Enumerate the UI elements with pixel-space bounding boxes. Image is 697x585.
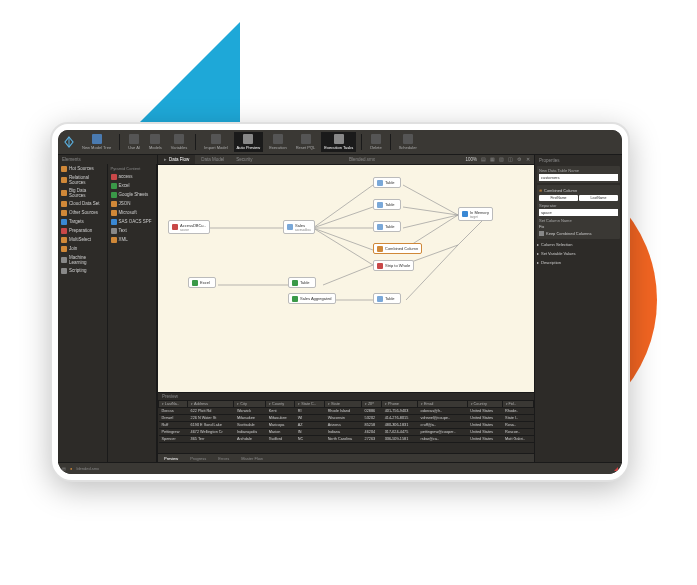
node-combined[interactable]: Combined Column bbox=[373, 243, 422, 254]
sidebar-category[interactable]: Other Sources bbox=[58, 208, 107, 217]
sidebar-category[interactable]: Targets bbox=[58, 217, 107, 226]
prop-table-name-input[interactable] bbox=[539, 174, 618, 181]
expand-description[interactable]: ▸Description bbox=[537, 259, 620, 266]
preview-table[interactable]: LastNa..AddressCityCountyState C..StateZ… bbox=[158, 400, 534, 453]
resize-grip-icon[interactable] bbox=[614, 467, 618, 471]
column-header[interactable]: Address bbox=[188, 401, 234, 408]
table-row[interactable]: Spencer365 TerrArchdaleGuilfordNCNorth C… bbox=[159, 436, 534, 443]
preview-tab-progress[interactable]: Progress bbox=[184, 454, 212, 462]
node-source[interactable]: AccessDBCu..source bbox=[168, 220, 210, 234]
sidebar-category[interactable]: Relational Sources bbox=[58, 173, 107, 186]
sidebar-source-item[interactable]: JSON bbox=[108, 199, 157, 208]
expand-column-selection[interactable]: ▸Column Selection bbox=[537, 241, 620, 248]
grid-icon[interactable]: ▧ bbox=[498, 157, 504, 163]
layers-icon[interactable]: ▤ bbox=[480, 157, 486, 163]
keep-combined-row[interactable]: Keep Combined Columns bbox=[539, 230, 618, 237]
ribbon-variables[interactable]: Variables bbox=[168, 132, 190, 152]
column-header[interactable]: State C.. bbox=[295, 401, 325, 408]
node-inmemory[interactable]: In Memorytarget bbox=[458, 207, 493, 221]
pill-firstname[interactable]: FirstName bbox=[539, 195, 578, 201]
ribbon-reset-pql[interactable]: Reset PQL bbox=[293, 132, 319, 152]
sidebar-category[interactable]: Machine Learning bbox=[58, 253, 107, 266]
ribbon-delete[interactable]: Delete bbox=[367, 132, 385, 152]
table-cell: 226 N Water St bbox=[188, 415, 234, 422]
fix-row[interactable]: Fix bbox=[539, 223, 618, 230]
fit-icon[interactable]: ◫ bbox=[507, 157, 513, 163]
sidebar-category[interactable]: Scripting bbox=[58, 266, 107, 275]
table-row[interactable]: Dorcas622 Platt RdWarwickKentRIRhode Isl… bbox=[159, 408, 534, 415]
ribbon-new-model[interactable]: New Model Tree bbox=[79, 132, 114, 152]
prop-combined-label: Combined Column bbox=[544, 188, 577, 193]
sidebar-category[interactable]: Hot Sources bbox=[58, 164, 107, 173]
preview-bottom-tabs: Preview Progress Errors Master Flow bbox=[158, 453, 534, 462]
ribbon-import[interactable]: Import Model bbox=[201, 132, 230, 152]
column-header[interactable]: Email bbox=[418, 401, 468, 408]
preview-tab-preview[interactable]: Preview bbox=[158, 454, 184, 462]
layout-icon[interactable]: ▦ bbox=[489, 157, 495, 163]
category-label: Hot Sources bbox=[69, 166, 94, 171]
ribbon-scheduler[interactable]: Scheduler bbox=[396, 132, 420, 152]
column-header[interactable]: County bbox=[266, 401, 295, 408]
expand-variable-values[interactable]: ▸Set Variable Values bbox=[537, 250, 620, 257]
svg-line-8 bbox=[403, 215, 458, 228]
settings-icon[interactable]: ⚙ bbox=[516, 157, 522, 163]
ribbon-models[interactable]: Models bbox=[146, 132, 165, 152]
close-icon[interactable]: ✕ bbox=[525, 157, 531, 163]
sidebar-category[interactable]: Preparation bbox=[58, 226, 107, 235]
tab-data-flow[interactable]: ▸Data Flow bbox=[158, 155, 195, 164]
node-table2[interactable]: Table bbox=[373, 199, 401, 210]
table-row[interactable]: Drewel226 N Water StMilwaukeeMilwaukeeWI… bbox=[159, 415, 534, 422]
separator-input[interactable] bbox=[539, 209, 618, 216]
category-label: Join bbox=[69, 246, 77, 251]
separator-label: Separator bbox=[539, 203, 618, 208]
category-icon bbox=[61, 166, 67, 172]
table-row[interactable]: Pettingrew4672 Wellington CrIndianapolis… bbox=[159, 429, 534, 436]
sidebar-source-item[interactable]: Microsoft bbox=[108, 208, 157, 217]
node-table5[interactable]: Table bbox=[373, 293, 401, 304]
preview-tab-errors[interactable]: Errors bbox=[212, 454, 235, 462]
node-table1[interactable]: Table bbox=[373, 177, 401, 188]
source-icon bbox=[111, 192, 117, 198]
column-header[interactable]: Phone bbox=[382, 401, 418, 408]
ribbon-use-ai[interactable]: Use AI bbox=[125, 132, 143, 152]
column-header[interactable]: ZIP bbox=[362, 401, 382, 408]
column-header[interactable]: City bbox=[234, 401, 266, 408]
column-header[interactable]: State bbox=[325, 401, 362, 408]
tab-security[interactable]: Security bbox=[230, 155, 258, 164]
category-icon bbox=[61, 219, 67, 225]
node-excel-sub[interactable]: Table bbox=[288, 277, 316, 288]
column-header[interactable]: LastNa.. bbox=[159, 401, 188, 408]
sidebar-source-item[interactable]: access bbox=[108, 172, 157, 181]
node-table3[interactable]: Table bbox=[373, 221, 401, 232]
canvas-tabs: ▸Data Flow Data Model Security Blended.s… bbox=[158, 155, 534, 165]
table-row[interactable]: Ruff6190 E Sand LakeScottsdaleMaricopaAZ… bbox=[159, 422, 534, 429]
checkbox-icon[interactable] bbox=[539, 231, 544, 236]
node-sales[interactable]: Salesaccessdbcu bbox=[283, 220, 315, 234]
pill-lastname[interactable]: LastName bbox=[579, 195, 618, 201]
ribbon-execution[interactable]: Execution bbox=[266, 132, 290, 152]
sidebar-source-item[interactable]: Google Sheets bbox=[108, 190, 157, 199]
sidebar-category[interactable]: Join bbox=[58, 244, 107, 253]
node-strip[interactable]: Strip to Whole bbox=[373, 260, 414, 271]
table-cell: Milwaukee bbox=[234, 415, 266, 422]
sidebar-source-item[interactable]: Text bbox=[108, 226, 157, 235]
column-header[interactable]: Country bbox=[467, 401, 502, 408]
sidebar-category[interactable]: Cloud Data Set bbox=[58, 199, 107, 208]
sidebar-source-item[interactable]: Excel bbox=[108, 181, 157, 190]
source-label: JSON bbox=[119, 201, 131, 206]
zoom-level[interactable]: 100% bbox=[465, 157, 477, 163]
flow-canvas[interactable]: AccessDBCu..source Salesaccessdbcu Table… bbox=[158, 165, 534, 392]
sidebar-category[interactable]: Big Data Sources bbox=[58, 186, 107, 199]
preview-tab-master[interactable]: Master Flow bbox=[235, 454, 269, 462]
sidebar-category[interactable]: MultiSelect bbox=[58, 235, 107, 244]
node-excel[interactable]: Excel bbox=[188, 277, 216, 288]
ribbon-auto-preview[interactable]: Auto Preview bbox=[234, 132, 264, 152]
ribbon-exec-tasks[interactable]: Execution Tasks bbox=[321, 132, 356, 152]
column-header[interactable]: Fid.. bbox=[502, 401, 533, 408]
table-cell: 85258 bbox=[362, 422, 382, 429]
category-label: Big Data Sources bbox=[69, 188, 104, 198]
sidebar-source-item[interactable]: SAS OACS SPF bbox=[108, 217, 157, 226]
tab-data-model[interactable]: Data Model bbox=[195, 155, 230, 164]
node-agg[interactable]: Sales Aggregated bbox=[288, 293, 336, 304]
sidebar-source-item[interactable]: XML bbox=[108, 235, 157, 244]
